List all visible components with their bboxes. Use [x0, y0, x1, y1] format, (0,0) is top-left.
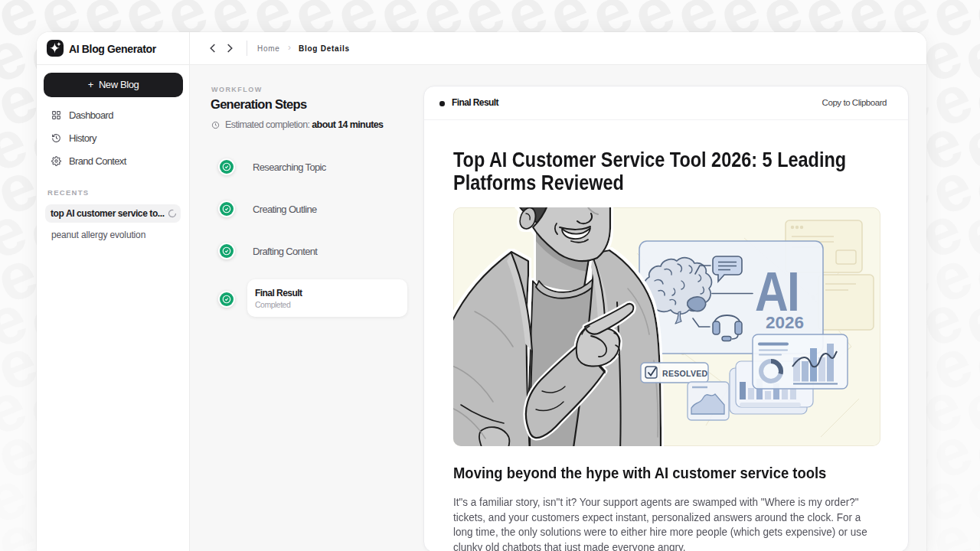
svg-text:RESOLVED: RESOLVED [662, 369, 707, 378]
svg-text:2026: 2026 [766, 313, 804, 332]
